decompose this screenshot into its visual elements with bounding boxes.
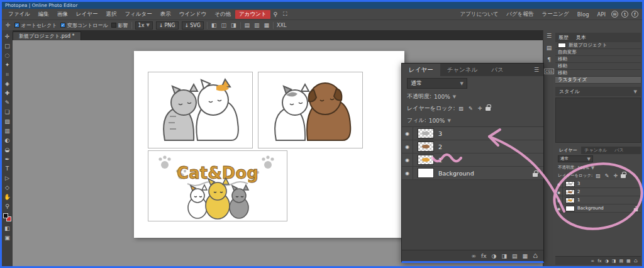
lock-move-icon[interactable]: ✛ [613,173,619,179]
layer-thumbnail[interactable] [565,181,575,187]
visibility-eye-icon[interactable]: ◉ [402,127,413,140]
layer-row[interactable]: ◉ 1 [555,196,641,204]
layer-thumbnail[interactable] [565,206,575,211]
clone-tool[interactable]: ❏ [3,108,12,116]
link-icon[interactable]: ∞ [591,259,594,264]
group-icon[interactable]: ▤ [512,253,518,259]
tab-swatches[interactable]: 見本 [576,34,586,41]
tab-channels[interactable]: チャンネル [440,64,485,76]
heal-tool[interactable]: ✚ [3,89,12,98]
dodge-tool[interactable]: ◒ [3,145,12,154]
styles-panel-header[interactable]: スタイル ▼ [555,87,641,96]
brush-tool[interactable]: ✎ [3,98,12,107]
history-item[interactable]: 移動 [555,63,641,70]
lasso-tool[interactable]: ◌ [3,51,12,60]
align-right-icon[interactable]: ◨ [230,22,237,28]
fullscreen-icon[interactable]: ⛶ [280,11,289,18]
history-item-selected[interactable]: ラスタライズ [555,77,641,84]
link-icon[interactable]: ∞ [472,253,477,259]
menu-view[interactable]: 表示 [157,11,175,18]
lock-move-icon[interactable]: ✛ [477,106,484,111]
opacity-value[interactable]: 100% [434,94,450,100]
new-layer-icon[interactable]: ▦ [626,259,631,264]
third-option[interactable]: 影響 [111,22,128,29]
transform-option[interactable]: ✓ 変形コントロール [60,22,108,29]
link-api[interactable]: API [594,11,609,18]
align-left-icon[interactable]: ◧ [211,22,218,28]
twitter-icon[interactable]: t [621,11,628,18]
layer-thumbnail[interactable] [418,155,434,165]
mask-icon[interactable]: ◨ [612,259,616,264]
hand-tool[interactable]: ✋ [3,193,12,201]
search-icon[interactable]: ⚲ [271,11,280,18]
lock-transparency-icon[interactable]: ▨ [594,173,602,179]
tab-paths[interactable]: パス [484,64,510,76]
tab-layers[interactable]: レイヤー [555,147,581,154]
visibility-eye-icon[interactable]: ◉ [402,154,413,166]
align-middle-icon[interactable]: ▥ [253,22,260,28]
blur-tool[interactable]: ◐ [3,136,12,145]
align-top-icon[interactable]: ▤ [244,22,251,28]
eyedropper-tool[interactable]: ◈ [3,79,12,88]
eraser-tool[interactable]: ▨ [3,117,12,126]
visibility-eye-icon[interactable]: ◉ [555,188,563,196]
visibility-eye-icon[interactable]: ◉ [402,167,413,179]
tab-channels[interactable]: チャンネル [581,147,611,154]
pen-tool[interactable]: ✒ [3,155,12,164]
autoselect-checkbox[interactable]: ✓ [14,23,19,28]
menu-filter[interactable]: フィルター [121,11,155,18]
tab-layers[interactable]: レイヤー [402,64,440,76]
panel-menu-icon[interactable]: ☰ [530,64,543,76]
link-report-bug[interactable]: バグを報告 [502,11,537,18]
opacity-value[interactable]: 100% [577,165,589,170]
lock-paint-icon[interactable]: ✎ [467,106,474,111]
zoom-tool[interactable]: ⚲ [3,202,12,211]
select-tool[interactable]: □ [3,42,12,50]
layer-thumbnail[interactable] [418,168,434,178]
layer-thumbnail[interactable] [418,142,434,152]
color-swatches[interactable] [3,213,11,221]
screen-mode-button[interactable]: ▣ [3,233,12,242]
history-item[interactable]: 移動 [555,56,641,63]
layer-thumbnail[interactable] [565,198,575,203]
mask-icon[interactable]: ◨ [501,253,507,259]
third-checkbox[interactable] [111,23,116,28]
lock-paint-icon[interactable]: ✎ [604,173,611,179]
blend-mode-select[interactable]: 通常 ▼ [558,155,593,162]
adjustment-icon[interactable]: ◑ [492,253,497,259]
mail-icon[interactable]: ✉ [611,11,618,18]
menu-file[interactable]: ファイル [4,11,34,18]
menu-select[interactable]: 選択 [102,11,120,18]
link-learn[interactable]: ラーニング [538,11,572,18]
gradient-tool[interactable]: ▥ [3,126,12,135]
adjustment-icon[interactable]: ◑ [605,259,609,264]
link-about[interactable]: アプリについて [456,11,502,18]
document-tab[interactable]: 新規プロジェクト.psd * [13,31,81,40]
tab-history[interactable]: 履歴 [558,34,569,41]
visibility-eye-icon[interactable]: ◉ [555,180,563,187]
fill-value[interactable]: 100% [429,118,445,124]
effects-icon[interactable]: fx [597,259,602,264]
menu-more[interactable]: その他 [211,11,235,18]
quick-mask-button[interactable]: ◧ [3,224,12,233]
crop-tool[interactable]: ⌗ [3,70,12,79]
css-icon[interactable]: CSS [544,69,554,74]
visibility-eye-icon[interactable]: ◉ [402,140,413,153]
delete-icon[interactable]: ♺ [634,259,638,264]
effects-icon[interactable]: fx [481,253,487,259]
blend-mode-select[interactable]: 通常 ▼ [407,78,467,89]
export-png-button[interactable]: ↓ PNG [156,21,179,30]
lock-all-icon[interactable] [621,174,626,178]
zoom-select[interactable]: 1x ▼ [135,21,153,30]
menu-layer[interactable]: レイヤー [72,11,102,18]
layer-row[interactable]: ◉ 3 [402,127,543,140]
path-select-tool[interactable]: ▷ [3,174,12,182]
history-item[interactable]: 移動 [555,70,641,77]
lock-all-icon[interactable] [486,107,491,111]
tab-paths[interactable]: パス [611,147,627,154]
text-tool[interactable]: T [3,164,12,173]
shape-tool[interactable]: ◇ [3,183,12,192]
link-blog[interactable]: Blog [574,11,593,18]
align-center-icon[interactable]: ◫ [221,22,228,28]
align-bottom-icon[interactable]: ▦ [264,22,270,28]
